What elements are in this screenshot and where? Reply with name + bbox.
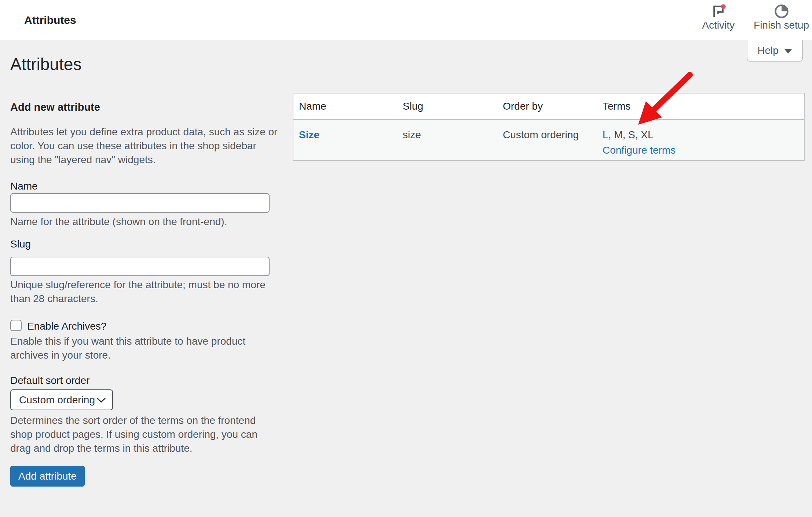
topbar-title: Attributes <box>24 0 76 40</box>
slug-label: Slug <box>10 238 31 250</box>
enable-archives-checkbox[interactable] <box>10 320 22 331</box>
selected-sort-order: Custom ordering <box>19 394 95 406</box>
table-row: Size size Custom ordering L, M, S, XL Co… <box>293 120 804 160</box>
column-header-slug: Slug <box>397 94 497 119</box>
attributes-table: Name Slug Order by Terms Size size Custo… <box>293 93 805 161</box>
chevron-down-icon <box>784 49 792 54</box>
archives-help-text: Enable this if you want this attribute t… <box>10 334 254 362</box>
attribute-terms-cell: L, M, S, XL Configure terms <box>597 120 804 160</box>
name-label: Name <box>10 180 38 192</box>
topbar-actions: Activity Finish setup <box>702 4 809 32</box>
default-sort-order-label: Default sort order <box>10 375 89 386</box>
finish-setup-label: Finish setup <box>754 19 809 32</box>
attribute-name-link[interactable]: Size <box>299 129 319 140</box>
finish-setup-button[interactable]: Finish setup <box>754 4 809 32</box>
attributes-description: Attributes let you define extra product … <box>10 125 280 167</box>
slug-help-text: Unique slug/reference for the attribute;… <box>10 278 267 306</box>
default-sort-order-select[interactable]: Custom ordering <box>10 389 113 410</box>
column-header-name: Name <box>293 94 397 119</box>
setup-progress-pie-icon <box>773 4 790 19</box>
enable-archives-label: Enable Archives? <box>27 320 106 332</box>
woocommerce-attributes-page: Attributes Activity Finish <box>0 0 812 517</box>
name-help-text: Name for the attribute (shown on the fro… <box>10 215 227 229</box>
topbar: Attributes Activity Finish <box>0 0 812 40</box>
add-new-attribute-heading: Add new attribute <box>10 101 100 113</box>
help-label: Help <box>757 45 779 56</box>
attribute-orderby-cell: Custom ordering <box>497 120 597 160</box>
help-dropdown[interactable]: Help <box>747 40 803 62</box>
sort-order-help-text: Determines the sort order of the terms o… <box>10 414 263 455</box>
activity-button[interactable]: Activity <box>702 4 735 32</box>
activity-label: Activity <box>702 19 735 32</box>
add-attribute-button[interactable]: Add attribute <box>10 466 85 487</box>
name-input[interactable] <box>10 193 270 213</box>
activity-flag-icon <box>711 4 726 19</box>
attribute-slug-cell: size <box>397 120 497 160</box>
page-title: Attributes <box>10 54 81 74</box>
configure-terms-link[interactable]: Configure terms <box>603 143 804 157</box>
table-header-row: Name Slug Order by Terms <box>293 94 804 120</box>
attribute-terms-list: L, M, S, XL <box>603 129 654 140</box>
attribute-name-cell: Size <box>293 120 397 160</box>
slug-input[interactable] <box>10 257 270 276</box>
column-header-terms: Terms <box>597 94 804 119</box>
column-header-orderby: Order by <box>497 94 597 119</box>
select-chevron-icon <box>96 397 106 403</box>
